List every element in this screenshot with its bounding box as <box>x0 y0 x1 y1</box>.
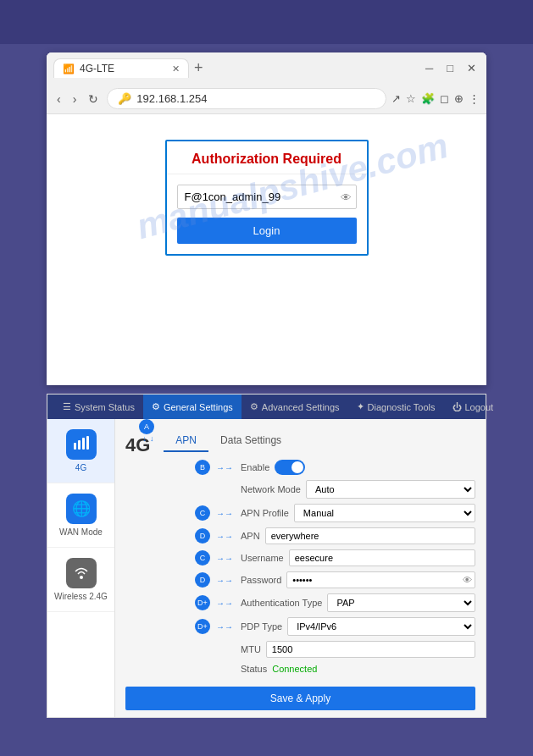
browser-icons: ↗ ☆ 🧩 ◻ ⊕ ⋮ <box>391 92 480 105</box>
advanced-settings-icon: ⚙ <box>250 401 258 412</box>
form-row-mtu: MTU <box>125 641 475 658</box>
window-controls: ─ □ ✕ <box>422 60 480 76</box>
tab-wifi-icon: 📶 <box>63 63 75 74</box>
tab-area: 📶 4G-LTE ✕ + <box>53 58 412 79</box>
tab-close-button[interactable]: ✕ <box>172 63 180 74</box>
form-row-status: Status Connected <box>125 663 475 675</box>
username-label: Username <box>241 553 284 563</box>
password-input-field[interactable] <box>286 571 475 588</box>
menu-icon[interactable]: ⋮ <box>469 92 480 105</box>
mtu-value <box>266 641 475 658</box>
system-status-icon: ☰ <box>63 401 71 412</box>
back-button[interactable]: ‹ <box>53 91 64 108</box>
enable-toggle-wrapper <box>275 460 475 475</box>
sub-tab-apn[interactable]: APN <box>164 430 208 452</box>
form-row-pdp-type: D+ →→ PDP Type IPv4/IPv6 <box>125 617 475 636</box>
forward-button[interactable]: › <box>69 91 81 108</box>
step-d4-circle: D+ <box>195 619 210 634</box>
general-settings-icon: ⚙ <box>152 401 160 412</box>
step-b-circle: B <box>195 460 210 475</box>
password-field-wrapper: 👁 <box>177 185 357 209</box>
wan-mode-icon: 🌐 <box>66 494 97 524</box>
diagnostic-tools-icon: ✦ <box>357 401 364 412</box>
save-apply-button[interactable]: Save & Apply <box>125 687 475 710</box>
apn-profile-value: Manual <box>294 504 475 522</box>
step-c2-circle: C <box>195 550 210 566</box>
router-ui: ☰ System Status ⚙ General Settings ⚙ Adv… <box>47 394 486 718</box>
network-mode-value: Auto <box>306 480 475 499</box>
router-main: A ↓ ↓ 4G APN Data Settings <box>115 419 486 717</box>
svg-rect-0 <box>74 443 76 450</box>
auth-type-select[interactable]: PAP <box>327 593 475 612</box>
password-input[interactable] <box>177 185 357 209</box>
apn-profile-select[interactable]: Manual <box>294 504 475 522</box>
nav-general-settings[interactable]: ⚙ General Settings <box>143 395 242 419</box>
step-c-circle: C <box>195 505 210 521</box>
sub-tabs: APN Data Settings <box>164 430 293 452</box>
form-row-password: D →→ Password 👁 <box>125 571 475 588</box>
nav-logout[interactable]: ⏻ Logout <box>444 395 502 419</box>
login-button[interactable]: Login <box>177 218 357 244</box>
share-icon[interactable]: ↗ <box>391 92 401 105</box>
lock-icon: 🔑 <box>118 92 131 105</box>
addons-icon[interactable]: ⊕ <box>454 92 464 105</box>
status-value: Connected <box>272 663 475 675</box>
username-input[interactable] <box>289 549 475 566</box>
form-row-enable: B →→ Enable <box>125 460 475 475</box>
refresh-button[interactable]: ↻ <box>85 91 102 108</box>
form-row-auth-type: D+ →→ Authentication Type PAP <box>125 593 475 612</box>
network-mode-select[interactable]: Auto <box>306 480 475 499</box>
form-row-username: C →→ Username <box>125 549 475 566</box>
auth-type-label: Authentication Type <box>241 598 322 608</box>
sidebar-item-wireless[interactable]: Wireless 2.4G <box>47 548 114 612</box>
enable-toggle[interactable] <box>275 460 305 475</box>
router-body: 4G 🌐 WAN Mode Wireless 2.4G <box>47 419 486 717</box>
bookmark-icon[interactable]: ☆ <box>406 92 416 105</box>
url-text: 192.168.1.254 <box>136 92 375 105</box>
nav-diagnostic-tools[interactable]: ✦ Diagnostic Tools <box>348 395 444 419</box>
address-bar[interactable]: 🔑 192.168.1.254 <box>107 88 386 109</box>
pdp-type-value: IPv4/IPv6 <box>287 617 475 636</box>
eye-icon[interactable]: 👁 <box>341 190 352 203</box>
pdp-type-label: PDP Type <box>241 621 282 632</box>
mtu-label: MTU <box>241 644 261 654</box>
password-eye-icon[interactable]: 👁 <box>463 575 472 585</box>
auth-title: Authorization Required <box>167 141 367 174</box>
nav-system-status[interactable]: ☰ System Status <box>54 395 143 419</box>
browser-window: 📶 4G-LTE ✕ + ─ □ ✕ ‹ › ↻ 🔑 192.168.1.254 <box>47 52 486 385</box>
network-mode-label: Network Mode <box>241 484 301 494</box>
step-d2-circle: D <box>195 572 210 588</box>
sidebar-item-wan-mode[interactable]: 🌐 WAN Mode <box>47 483 114 548</box>
wireless-icon <box>66 558 97 588</box>
status-connected: Connected <box>272 664 317 674</box>
auth-type-value: PAP <box>327 593 475 612</box>
browser-chrome: 📶 4G-LTE ✕ + ─ □ ✕ ‹ › ↻ 🔑 192.168.1.254 <box>47 52 486 114</box>
enable-label: Enable <box>241 462 269 472</box>
extensions-icon[interactable]: 🧩 <box>421 92 435 105</box>
profile-icon[interactable]: ◻ <box>440 92 449 105</box>
form-section: B →→ Enable Network Mode <box>125 460 475 710</box>
svg-rect-1 <box>78 440 81 450</box>
apn-input[interactable] <box>265 527 475 544</box>
router-nav: ☰ System Status ⚙ General Settings ⚙ Adv… <box>47 395 486 419</box>
mtu-input[interactable] <box>266 641 475 658</box>
sidebar-item-4g[interactable]: 4G <box>47 419 114 483</box>
tab-title: 4G-LTE <box>80 63 114 74</box>
browser-tab[interactable]: 📶 4G-LTE ✕ <box>53 58 189 78</box>
pdp-type-select[interactable]: IPv4/IPv6 <box>287 617 475 636</box>
toggle-knob <box>291 461 303 473</box>
close-button[interactable]: ✕ <box>464 60 480 76</box>
maximize-button[interactable]: □ <box>443 60 457 76</box>
sub-tab-data-settings[interactable]: Data Settings <box>208 430 293 452</box>
nav-advanced-settings[interactable]: ⚙ Advanced Settings <box>242 395 348 419</box>
auth-body: 👁 Login <box>167 174 367 254</box>
form-row-apn: D →→ APN <box>125 527 475 544</box>
svg-rect-3 <box>86 436 89 450</box>
minimize-button[interactable]: ─ <box>422 60 436 76</box>
svg-rect-2 <box>82 438 85 450</box>
svg-point-4 <box>80 576 83 579</box>
apn-label: APN <box>241 531 260 541</box>
new-tab-button[interactable]: + <box>189 58 208 79</box>
4g-icon <box>66 429 97 460</box>
step-d3-circle: D+ <box>195 595 210 610</box>
